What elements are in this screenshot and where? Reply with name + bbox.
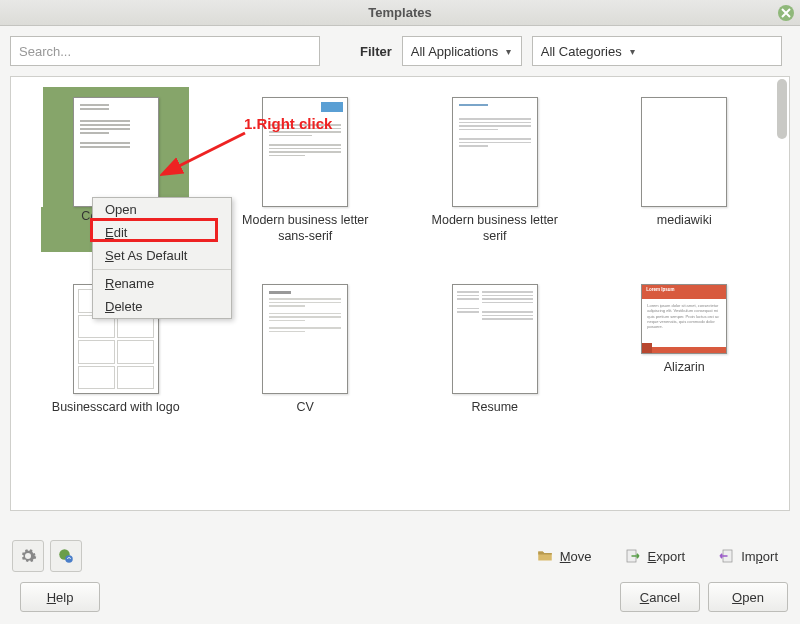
template-modern-serif[interactable]: Modern business letter serif <box>400 97 590 244</box>
template-thumbnail <box>452 97 538 207</box>
filter-label: Filter <box>360 44 392 59</box>
toolbar: Filter All Applications ▾ All Categories… <box>0 26 800 76</box>
menu-separator <box>93 269 231 270</box>
template-thumbnail <box>262 284 348 394</box>
gear-icon <box>19 547 37 565</box>
export-button[interactable]: Export <box>614 541 696 571</box>
search-input[interactable] <box>10 36 320 66</box>
template-mediawiki[interactable]: mediawiki <box>590 97 780 244</box>
settings-button[interactable] <box>12 540 44 572</box>
menu-rename[interactable]: Rename <box>93 272 231 295</box>
template-thumbnail <box>262 97 348 207</box>
applications-dropdown-value: All Applications <box>411 44 498 59</box>
close-icon <box>778 4 794 22</box>
template-thumbnail <box>73 97 159 207</box>
categories-dropdown[interactable]: All Categories ▾ <box>532 36 782 66</box>
chevron-down-icon: ▾ <box>630 46 635 57</box>
title-bar: Templates <box>0 0 800 26</box>
folder-move-icon <box>536 547 554 565</box>
template-thumbnail <box>641 97 727 207</box>
template-label: Modern business letter serif <box>420 213 570 244</box>
window-title: Templates <box>368 5 431 20</box>
template-cv[interactable]: CV <box>211 284 401 416</box>
footer: Move Export Import Help Cancel Open <box>0 528 800 624</box>
close-button[interactable] <box>778 5 794 21</box>
browse-online-button[interactable] <box>50 540 82 572</box>
template-label: Modern business letter sans-serif <box>230 213 380 244</box>
cancel-button[interactable]: Cancel <box>620 582 700 612</box>
context-menu: Open Edit Set As Default Rename Delete <box>92 197 232 319</box>
template-modern-sans[interactable]: Modern business letter sans-serif <box>211 97 401 244</box>
applications-dropdown[interactable]: All Applications ▾ <box>402 36 522 66</box>
export-icon <box>624 547 642 565</box>
template-label: Alizarin <box>664 360 705 376</box>
template-resume[interactable]: Resume <box>400 284 590 416</box>
scrollbar[interactable] <box>777 79 787 139</box>
help-button[interactable]: Help <box>20 582 100 612</box>
import-button[interactable]: Import <box>707 541 788 571</box>
template-label: mediawiki <box>657 213 712 229</box>
open-button[interactable]: Open <box>708 582 788 612</box>
menu-delete[interactable]: Delete <box>93 295 231 318</box>
svg-point-2 <box>65 555 73 563</box>
template-alizarin[interactable]: Lorem Ipsum Lorem ipsum dolor sit amet, … <box>590 284 780 416</box>
import-icon <box>717 547 735 565</box>
template-thumbnail <box>452 284 538 394</box>
chevron-down-icon: ▾ <box>506 46 511 57</box>
template-label: Resume <box>471 400 518 416</box>
template-label: CV <box>297 400 314 416</box>
menu-set-default[interactable]: Set As Default <box>93 244 231 267</box>
move-button[interactable]: Move <box>526 541 602 571</box>
template-thumbnail: Lorem Ipsum Lorem ipsum dolor sit amet, … <box>641 284 727 354</box>
menu-open[interactable]: Open <box>93 198 231 221</box>
template-label: Businesscard with logo <box>52 400 180 416</box>
categories-dropdown-value: All Categories <box>541 44 622 59</box>
globe-refresh-icon <box>57 547 75 565</box>
menu-edit[interactable]: Edit <box>93 221 231 244</box>
